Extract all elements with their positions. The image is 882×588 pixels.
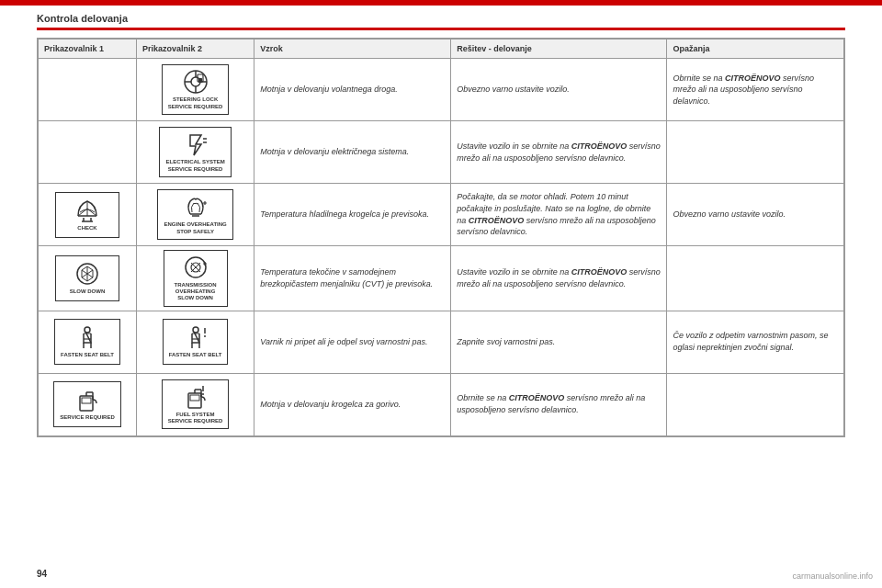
- table-row: SERVICE REQUIRED: [39, 373, 844, 435]
- icon-cell-3-2: ENGINE OVERHEATINGSTOP SAFELY: [136, 184, 254, 246]
- opazanja-2: [667, 121, 844, 184]
- col-header-3: Vzrok: [254, 40, 451, 59]
- vzrok-3: Temperatura hladilnega krogelca je previ…: [254, 184, 451, 246]
- page-number: 94: [37, 569, 47, 579]
- table-container: Prikazovalnik 1 Prikazovalnik 2 Vzrok Re…: [37, 38, 845, 437]
- table-row: SLOW DOWN TRANSMISSIONOVERHEATINGSLOW DO…: [39, 246, 844, 311]
- icon-cell-4-1: SLOW DOWN: [39, 246, 137, 311]
- icon-cell-1-1: [39, 59, 137, 121]
- fuel-system-icon: [183, 384, 209, 410]
- col-header-1: Prikazovalnik 1: [39, 40, 137, 59]
- icon-cell-1-2: STEERING LOCKSERVICE REQUIRED: [136, 59, 254, 121]
- service-required-label: SERVICE REQUIRED: [60, 414, 115, 421]
- svg-point-29: [204, 335, 206, 337]
- icon-cell-2-2: ELECTRICAL SYSTEMSERVICE REQUIRED: [136, 121, 254, 184]
- engine-overheat-label: ENGINE OVERHEATINGSTOP SAFELY: [164, 221, 226, 234]
- vzrok-1: Motnja v delovanju volantnega droga.: [254, 59, 451, 121]
- engine-overheat-icon: [183, 194, 209, 220]
- opazanja-6: [667, 373, 844, 435]
- icon-cell-5-1: FASTEN SEAT BELT: [39, 311, 137, 373]
- opazanja-1: Obrnite se na CITROËNOVO servísno mrežo …: [667, 59, 844, 121]
- vzrok-6: Motnja v delovanju krogelca za gorivo.: [254, 373, 451, 435]
- svg-rect-36: [190, 395, 199, 401]
- electrical-icon: [183, 131, 209, 157]
- icon-cell-6-1: SERVICE REQUIRED: [39, 373, 137, 435]
- red-underline: [37, 28, 845, 30]
- resitev-6: Obrnite se na CITROËNOVO servísno mrežo …: [451, 373, 667, 435]
- fasten-seat-belt-label-2: FASTEN SEAT BELT: [169, 352, 222, 358]
- icon-cell-4-2: TRANSMISSIONOVERHEATINGSLOW DOWN: [136, 246, 254, 311]
- icon-cell-2-1: [39, 121, 137, 184]
- svg-point-41: [202, 393, 204, 395]
- check-icon: [74, 198, 100, 223]
- transmission-label: TRANSMISSIONOVERHEATINGSLOW DOWN: [175, 282, 217, 302]
- seatbelt-icon-2: [183, 324, 209, 350]
- svg-rect-7: [198, 78, 202, 83]
- col-header-2: Prikazovalnik 2: [136, 40, 254, 59]
- watermark: carmanualsonline.info: [792, 571, 873, 581]
- icon-cell-5-2: FASTEN SEAT BELT: [136, 311, 254, 373]
- vzrok-2: Motnja v delovanju električnega sistema.: [254, 121, 451, 184]
- table-row: FASTEN SEAT BELT: [39, 311, 844, 373]
- slow-down-label: SLOW DOWN: [70, 288, 106, 295]
- table-row: CHECK ENGINE OVERHEATINGSTOP SAFELY: [39, 184, 844, 246]
- vzrok-5: Varnik ni pripet ali je odpel svoj varno…: [254, 311, 451, 373]
- resitev-5: Zapnite svoj varnostni pas.: [451, 311, 667, 373]
- table-row: STEERING LOCKSERVICE REQUIRED Motnja v d…: [39, 59, 844, 121]
- opazanja-5: Če vozilo z odpetim varnostnim pasom, se…: [667, 311, 844, 373]
- steering-lock-icon: [183, 69, 209, 95]
- icon-cell-3-1: CHECK: [39, 184, 137, 246]
- electrical-label: ELECTRICAL SYSTEMSERVICE REQUIRED: [165, 159, 224, 172]
- slow-down-icon: [74, 261, 100, 287]
- col-header-5: Opažanja: [667, 40, 844, 59]
- service-required-icon: [74, 387, 100, 413]
- fasten-seat-belt-label-1: FASTEN SEAT BELT: [61, 352, 114, 358]
- vzrok-4: Temperatura tekočine v samodejnem brezko…: [254, 246, 451, 311]
- opazanja-3: Obvezno varno ustavite vozilo.: [667, 184, 844, 246]
- resitev-3: Počakajte, da se motor ohladi. Potem 10 …: [451, 184, 667, 246]
- check-label: CHECK: [77, 225, 96, 232]
- resitev-4: Ustavite vozilo in se obrnite na CITROËN…: [451, 246, 667, 311]
- svg-rect-31: [82, 398, 91, 403]
- main-table: Prikazovalnik 1 Prikazovalnik 2 Vzrok Re…: [38, 39, 844, 436]
- seatbelt-icon-1: [74, 324, 100, 350]
- fuel-system-label: FUEL SYSTEMSERVICE REQUIRED: [168, 412, 223, 424]
- table-row: ELECTRICAL SYSTEMSERVICE REQUIRED Motnja…: [39, 121, 844, 184]
- opazanja-4: [667, 246, 844, 311]
- steering-lock-label: STEERING LOCKSERVICE REQUIRED: [168, 96, 223, 109]
- page-title: Kontrola delovanja: [0, 6, 882, 28]
- col-header-4: Rešitev - delovanje: [451, 40, 667, 59]
- resitev-2: Ustavite vozilo in se obrnite na CITROËN…: [451, 121, 667, 184]
- resitev-1: Obvezno varno ustavite vozilo.: [451, 59, 667, 121]
- transmission-icon: [183, 254, 209, 280]
- icon-cell-6-2: FUEL SYSTEMSERVICE REQUIRED: [136, 373, 254, 435]
